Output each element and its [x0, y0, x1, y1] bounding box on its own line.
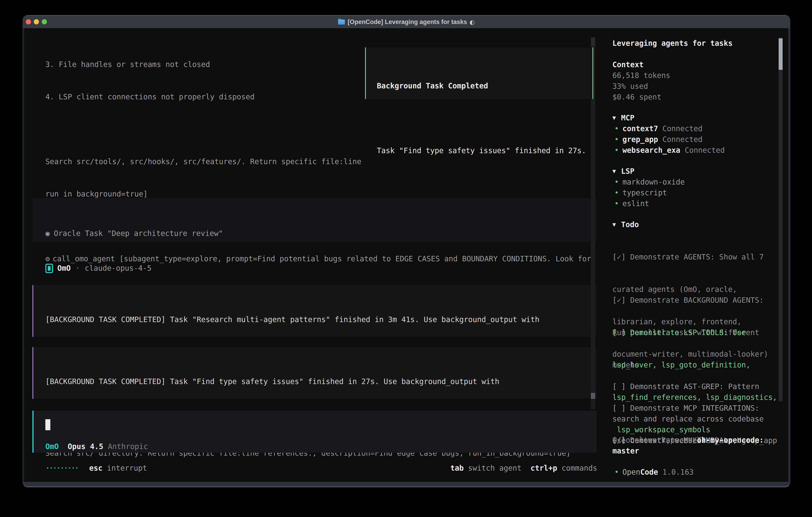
- toast-title: Background Task Completed: [377, 81, 592, 91]
- titlebar: [OpenCode] Leveraging agents for tasks ◐: [23, 16, 790, 28]
- lsp-item: •typescript: [614, 188, 667, 198]
- session-busy-icon: ◐: [469, 19, 475, 26]
- section-lsp[interactable]: ▼LSP: [612, 166, 634, 177]
- zoom-button[interactable]: [42, 19, 47, 24]
- app-name-bold: Code: [640, 468, 658, 477]
- ctrlp-key-label: commands: [562, 463, 597, 473]
- app-name-dim: Open: [622, 468, 640, 477]
- todo-line: [ ] Demonstrate LSP TOOLS: Use: [612, 327, 777, 338]
- lsp-name: typescript: [622, 189, 667, 197]
- status-dot-icon: •: [614, 135, 619, 144]
- chevron-down-icon: ▼: [612, 219, 616, 230]
- opencode-window: [OpenCode] Leveraging agents for tasks ◐…: [23, 15, 790, 487]
- mcp-name: websearch_exa: [622, 146, 680, 155]
- lsp-item: •markdown-oxide: [614, 177, 685, 188]
- statusbar: ········· esc interrupt tab switch agent…: [46, 463, 597, 473]
- window-bottom-strip: [23, 482, 790, 487]
- text-cursor: [46, 419, 50, 430]
- lsp-heading: LSP: [621, 167, 634, 175]
- todo-line: [✓] Demonstrate AGENTS: Show all 7: [612, 252, 768, 263]
- mcp-item: •context7Connected: [614, 124, 702, 134]
- agent-name: OmO: [57, 263, 71, 274]
- status-dot-icon: •: [614, 178, 619, 186]
- mcp-status: Connected: [663, 135, 702, 144]
- path-prefix: ~/local-workspaces/: [612, 436, 697, 444]
- prompt-input[interactable]: OmO Opus 4.5 Anthropic: [32, 411, 597, 453]
- mcp-item: •websearch_exaConnected: [614, 145, 725, 156]
- agent-header: OmO · claude-opus-4-5: [46, 263, 151, 274]
- status-dot-icon: •: [614, 468, 619, 477]
- close-button[interactable]: [26, 19, 31, 24]
- app-version: 1.0.163: [663, 468, 694, 477]
- todo-heading: Todo: [621, 220, 639, 229]
- input-model: Opus 4.5: [68, 441, 103, 452]
- status-dot-icon: •: [614, 199, 619, 208]
- mcp-heading: MCP: [621, 113, 634, 122]
- lsp-name: markdown-oxide: [622, 178, 685, 186]
- background-task-message: [BACKGROUND TASK COMPLETED] Task "Find t…: [32, 347, 597, 399]
- todo-line: [ ] Demonstrate MCP INTEGRATIONS:: [612, 403, 777, 414]
- repo-name: oh-my-opencode:: [697, 436, 764, 444]
- todo-line: [✓] Demonstrate BACKGROUND AGENTS:: [612, 295, 764, 306]
- section-mcp[interactable]: ▼MCP: [612, 113, 634, 124]
- mcp-item: •grep_appConnected: [614, 134, 702, 145]
- tab-key-hint: tab: [451, 463, 464, 473]
- background-task-message: [BACKGROUND TASK COMPLETED] Task "Resear…: [32, 285, 597, 337]
- mcp-status: Connected: [685, 146, 725, 155]
- statusbar-right: tab switch agent ctrl+p commands: [451, 463, 597, 473]
- task-text-line: [BACKGROUND TASK COMPLETED] Task "Resear…: [46, 314, 597, 325]
- status-dot-icon: •: [614, 189, 619, 197]
- oracle-task-box: ◉Oracle Task "Deep architecture review" …: [32, 198, 597, 242]
- agent-model: claude-opus-4-5: [85, 263, 151, 274]
- main-scrollbar-segment: [591, 37, 595, 46]
- sidebar-session-title: Leveraging agents for tasks: [612, 38, 732, 49]
- chevron-down-icon: ▼: [612, 112, 616, 123]
- context-tokens: 66,518 tokens: [612, 70, 670, 81]
- branch-name: master: [612, 446, 639, 456]
- lsp-name: eslint: [622, 199, 649, 208]
- lsp-item: •eslint: [614, 198, 649, 209]
- workspace-path: ~/local-workspaces/oh-my-opencode:: [612, 435, 764, 446]
- oracle-title: Oracle Task "Deep architecture review": [54, 229, 223, 238]
- minimize-button[interactable]: [34, 19, 39, 24]
- context-used: 33% used: [612, 81, 648, 92]
- mcp-name: context7: [622, 124, 658, 133]
- activity-dots-icon: ·········: [46, 463, 78, 473]
- statusbar-left: ········· esc interrupt: [46, 463, 147, 473]
- status-dot-icon: •: [614, 146, 619, 155]
- chevron-down-icon: ▼: [612, 166, 616, 176]
- app-version-row: •OpenCode1.0.163: [614, 467, 694, 478]
- ctrlp-key-hint: ctrl+p: [530, 463, 557, 473]
- esc-key-hint: esc: [89, 463, 103, 473]
- status-dot-icon: •: [614, 124, 619, 133]
- model-row: OmO Opus 4.5 Anthropic: [46, 441, 148, 452]
- oracle-marker-icon: ◉: [46, 229, 50, 238]
- tab-key-label: switch agent: [468, 463, 521, 473]
- traffic-lights: [26, 19, 47, 24]
- esc-key-label: interrupt: [107, 463, 147, 473]
- context-spent: $0.46 spent: [612, 92, 661, 103]
- agent-omo-icon: [46, 264, 53, 273]
- mcp-status: Connected: [663, 124, 702, 133]
- folder-icon: [338, 20, 345, 25]
- separator-dot: ·: [76, 263, 80, 274]
- screen: [OpenCode] Leveraging agents for tasks ◐…: [0, 0, 812, 517]
- toast-body: Task "Find type safety issues" finished …: [377, 145, 592, 156]
- mcp-name: grep_app: [622, 135, 658, 144]
- oracle-title-line: ◉Oracle Task "Deep architecture review": [46, 228, 597, 239]
- context-heading: Context: [612, 59, 644, 70]
- window-title: [OpenCode] Leveraging agents for tasks: [348, 19, 467, 26]
- task-text-line: [BACKGROUND TASK COMPLETED] Task "Find t…: [46, 376, 597, 387]
- main-scrollbar-thumb[interactable]: [591, 393, 595, 399]
- section-todo[interactable]: ▼Todo: [612, 219, 639, 230]
- window-title-group: [OpenCode] Leveraging agents for tasks ◐: [338, 19, 475, 26]
- toast-background-task-completed: Background Task Completed Task "Find typ…: [365, 47, 593, 99]
- input-provider: Anthropic: [108, 441, 148, 452]
- input-agent-name: OmO: [46, 441, 59, 452]
- sidebar-scrollbar[interactable]: [779, 37, 783, 401]
- sidebar-scrollbar-thumb[interactable]: [779, 38, 783, 70]
